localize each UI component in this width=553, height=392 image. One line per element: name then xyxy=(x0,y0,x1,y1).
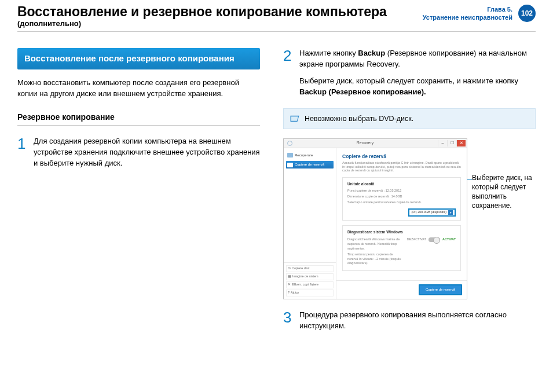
window-controls: – ☐ ✕ xyxy=(438,140,466,146)
step-number-1: 1 xyxy=(17,136,28,169)
window-title: Recovery xyxy=(292,140,438,146)
window-main: Copiere de rezervă Această funcționalita… xyxy=(336,148,467,281)
bottom-item-help[interactable]: ?Ajutor xyxy=(286,290,334,296)
step-1-text: Для создания резервной копии компьютера … xyxy=(34,136,260,169)
window-titlebar: Recovery – ☐ ✕ xyxy=(284,139,467,148)
panel-diag-line-2: Timp estimat pentru copierea de rezervă … xyxy=(347,252,404,266)
header-right: Глава 5. Устранение неисправностей 102 xyxy=(423,5,536,22)
panel-diag-line-1: Diagnostichează Windows înainte de copie… xyxy=(347,237,404,251)
window-sidebar: Recuperare Copiere de rezervă xyxy=(284,148,336,172)
recovery-icon xyxy=(287,153,293,157)
title-block: Восстановление и резервное копирование к… xyxy=(17,5,387,28)
page-header: Восстановление и резервное копирование к… xyxy=(17,0,536,32)
window-maximize-button[interactable]: ☐ xyxy=(447,140,456,146)
diagnostics-toggle[interactable]: DEZACTIVAT ACTIVAT xyxy=(407,237,456,242)
step-2-line2-bold: Backup (Резервное копирование). xyxy=(299,87,426,96)
step-2-bold-backup: Backup xyxy=(358,49,385,57)
sidebar-item-recovery[interactable]: Recuperare xyxy=(286,152,334,159)
sidebar-bottom-items: ⊙Copiere disc ▦Imagine de sistem ✕Eliber… xyxy=(284,262,336,299)
intro-paragraph: Можно восстановить компьютер после созда… xyxy=(17,78,260,100)
page-title: Восстановление и резервное копирование к… xyxy=(17,5,387,19)
step-3: 3 Процедура резервного копирования выпол… xyxy=(283,310,536,332)
panel-drive-heading: Unitate alocată xyxy=(347,181,456,186)
chapter-line-2: Устранение неисправностей xyxy=(423,13,512,21)
step-1: 1 Для создания резервной копии компьютер… xyxy=(17,136,260,169)
window-close-button[interactable]: ✕ xyxy=(456,140,466,146)
bottom-item-system-image[interactable]: ▦Imagine de sistem xyxy=(286,273,334,280)
main-description: Această funcționalitate stochează partiț… xyxy=(342,161,461,173)
page-subtitle: (дополнительно) xyxy=(17,19,387,28)
toggle-label-on: ACTIVAT xyxy=(442,237,456,242)
window-minimize-button[interactable]: – xyxy=(438,140,447,146)
bottom-item-delete-copies[interactable]: ✕Eliberr. copii fișiere xyxy=(286,281,334,288)
sidebar-item-recovery-label: Recuperare xyxy=(295,153,313,158)
right-column: 2 Нажмите кнопку Backup (Резервное копир… xyxy=(283,48,536,342)
screenshot-with-callout: Recovery – ☐ ✕ Recuperare xyxy=(283,138,536,299)
step-2: 2 Нажмите кнопку Backup (Резервное копир… xyxy=(283,48,536,97)
panel-drive-line-1: Punct copiere de rezervă : 12.05.2012 xyxy=(347,189,456,193)
main-title: Copiere de rezervă xyxy=(342,153,461,160)
sidebar-item-backup[interactable]: Copiere de rezervă xyxy=(286,161,334,168)
sidebar-item-backup-label: Copiere de rezervă xyxy=(295,162,324,167)
toggle-label-off: DEZACTIVAT xyxy=(407,237,426,242)
chapter-label: Глава 5. Устранение неисправностей xyxy=(423,5,512,22)
step-2-part-a: Нажмите кнопку xyxy=(299,49,358,57)
step-3-text: Процедура резервного копирования выполня… xyxy=(299,310,536,332)
backup-cta-button[interactable]: Copiere de rezervă xyxy=(419,284,462,295)
note-text: Невозможно выбрать DVD-диск. xyxy=(305,113,413,124)
section-banner: Восстановление после резервного копирова… xyxy=(17,48,260,69)
panel-diag-heading: Diagnosticare sistem Windows xyxy=(347,229,456,235)
chapter-line-1: Глава 5. xyxy=(423,5,512,13)
recovery-window: Recovery – ☐ ✕ Recuperare xyxy=(283,138,467,299)
step-2-text: Нажмите кнопку Backup (Резервное копиров… xyxy=(299,48,536,97)
backup-icon xyxy=(287,163,293,167)
window-footer: Copiere de rezervă xyxy=(336,280,467,299)
step-2-line2-a: Выберите диск, который следует сохранить… xyxy=(299,76,518,85)
panel-drive-line-2: Dimensiune copie de rezervă : 14.0GB xyxy=(347,195,456,199)
subheading-backup: Резервное копирование xyxy=(17,111,260,126)
panel-drive: Unitate alocată Punct copiere de rezervă… xyxy=(342,177,461,221)
bottom-item-disc-copy[interactable]: ⊙Copiere disc xyxy=(286,265,334,272)
note-icon xyxy=(290,115,300,123)
chevron-down-icon: ▾ xyxy=(448,210,453,215)
step-number-3: 3 xyxy=(283,310,294,332)
drive-select-callout: Выберите диск, на который следует выполн… xyxy=(472,138,536,211)
window-body: Recuperare Copiere de rezervă ⊙Copiere d… xyxy=(284,148,467,299)
toggle-switch-icon xyxy=(429,237,440,242)
page-number-badge: 102 xyxy=(518,5,536,22)
left-column: Восстановление после резервного копирова… xyxy=(17,48,260,342)
drive-select-value: (D:) 200.0GB (disponibil) xyxy=(411,210,446,215)
note-box: Невозможно выбрать DVD-диск. xyxy=(283,108,536,129)
panel-diagnostics: Diagnosticare sistem Windows Diagnostich… xyxy=(342,225,461,271)
step-number-2: 2 xyxy=(283,48,294,97)
panel-drive-line-3: Selectați o unitate pentru salvarea copi… xyxy=(347,200,456,205)
window-back-icon[interactable] xyxy=(287,141,292,146)
drive-select[interactable]: (D:) 200.0GB (disponibil) ▾ xyxy=(408,208,456,217)
